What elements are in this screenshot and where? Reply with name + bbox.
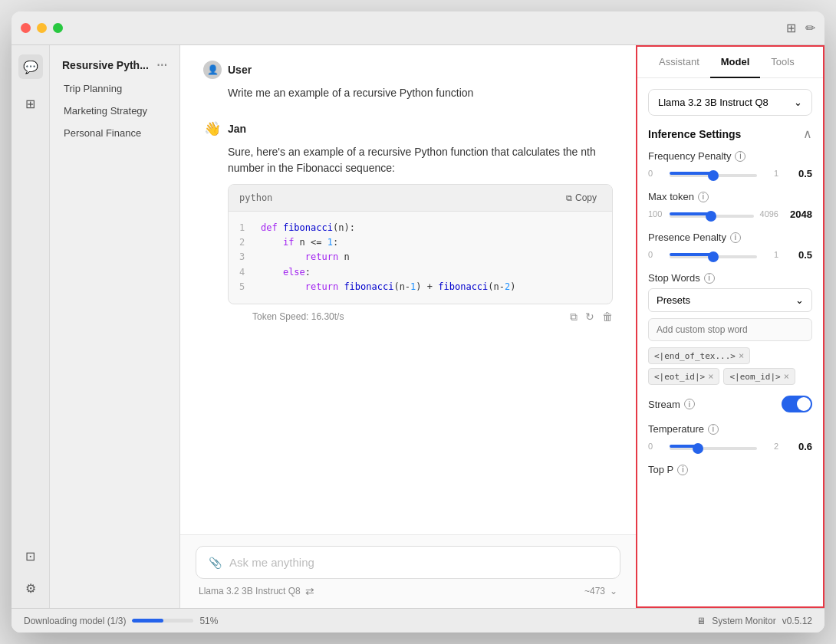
chevron-down-icon: ⌄ bbox=[794, 97, 802, 108]
temperature-label: Temperature i bbox=[648, 423, 812, 435]
panel-content: Llama 3.2 3B Instruct Q8 ⌄ Inference Set… bbox=[637, 78, 823, 606]
code-line-1: 1 def fibonacci(n): bbox=[239, 221, 601, 235]
progress-percent: 51% bbox=[199, 616, 218, 626]
sidebar-item-marketing[interactable]: Marketing Strategy bbox=[56, 100, 173, 122]
frequency-penalty-info[interactable]: i bbox=[735, 151, 745, 162]
assistant-name: Jan bbox=[228, 123, 246, 135]
remove-tag-3[interactable]: × bbox=[784, 371, 789, 382]
max-token-slider-wrap bbox=[670, 207, 754, 221]
top-p-info[interactable]: i bbox=[677, 465, 688, 475]
presence-penalty-max: 1 bbox=[763, 250, 778, 259]
more-icon[interactable]: ⋯ bbox=[156, 59, 167, 71]
regenerate-icon[interactable]: ↻ bbox=[585, 309, 594, 325]
assistant-message-content: Sure, here's an example of a recursive P… bbox=[203, 144, 613, 325]
code-header: python ⧉ Copy bbox=[229, 185, 612, 212]
download-label: Downloading model (1/3) bbox=[24, 616, 126, 626]
edit-icon[interactable]: ✏ bbox=[805, 21, 815, 35]
delete-icon[interactable]: 🗑 bbox=[602, 309, 613, 325]
token-actions: ⧉ ↻ 🗑 bbox=[570, 309, 613, 325]
sidebar-item-trip-planning[interactable]: Trip Planning bbox=[56, 77, 173, 100]
inference-settings-header: Inference Settings ∧ bbox=[648, 127, 812, 141]
frequency-penalty-min: 0 bbox=[648, 169, 663, 178]
temperature-value: 0.6 bbox=[785, 441, 812, 452]
stop-words-setting: Stop Words i Presets ⌄ <|end_of_tex...> … bbox=[648, 272, 812, 385]
assistant-avatar: 👋 bbox=[203, 120, 222, 138]
stop-words-info[interactable]: i bbox=[704, 273, 715, 284]
collapse-icon[interactable]: ∧ bbox=[803, 127, 812, 141]
attachment-icon[interactable]: 📎 bbox=[209, 557, 222, 569]
sidebar-title: Resursive Pyth... bbox=[62, 59, 149, 71]
stream-toggle[interactable] bbox=[782, 396, 812, 412]
model-swap-icon[interactable]: ⇄ bbox=[305, 585, 314, 597]
sidebar-item-personal-finance[interactable]: Personal Finance bbox=[56, 122, 173, 144]
sidebar-header: Resursive Pyth... ⋯ bbox=[56, 53, 173, 77]
tab-assistant[interactable]: Assistant bbox=[648, 47, 710, 78]
stream-toggle-row: Stream i bbox=[648, 396, 812, 412]
copy-message-icon[interactable]: ⧉ bbox=[570, 309, 578, 325]
stop-word-tag-2: <|eot_id|> × bbox=[648, 368, 719, 385]
user-name: User bbox=[228, 64, 252, 76]
panel-bottom-icon[interactable]: ⊡ bbox=[18, 544, 43, 568]
frequency-penalty-slider[interactable] bbox=[670, 174, 757, 177]
max-token-min: 100 bbox=[648, 209, 663, 219]
token-speed-row: Token Speed: 16.30t/s ⧉ ↻ 🗑 bbox=[228, 309, 613, 325]
layout-icon[interactable]: ⊞ bbox=[786, 21, 796, 35]
maximize-button[interactable] bbox=[53, 23, 63, 33]
chat-area: 👤 User Write me an example of a recursiv… bbox=[180, 45, 636, 534]
version-label: v0.5.12 bbox=[782, 616, 812, 626]
code-line-2: 2 if n <= 1: bbox=[239, 235, 601, 250]
presence-penalty-slider[interactable] bbox=[670, 255, 757, 258]
grid-nav-icon[interactable]: ⊞ bbox=[18, 91, 43, 116]
max-token-slider-row: 100 4096 2048 bbox=[648, 207, 812, 221]
message-user: 👤 User Write me an example of a recursiv… bbox=[203, 61, 613, 101]
token-count-text: ~473 bbox=[584, 586, 605, 596]
minimize-button[interactable] bbox=[37, 23, 47, 33]
stream-label: Stream i bbox=[648, 399, 695, 410]
model-selector[interactable]: Llama 3.2 3B Instruct Q8 ⌄ bbox=[648, 89, 812, 116]
token-speed: Token Speed: 16.30t/s bbox=[252, 310, 344, 324]
inference-settings-title: Inference Settings bbox=[648, 128, 741, 140]
temperature-max: 2 bbox=[763, 442, 778, 451]
copy-button[interactable]: ⧉ Copy bbox=[561, 191, 601, 205]
remove-tag-1[interactable]: × bbox=[739, 350, 744, 361]
code-lang: python bbox=[239, 191, 272, 205]
temperature-slider-row: 0 2 0.6 bbox=[648, 439, 812, 453]
stop-words-preset-selector[interactable]: Presets ⌄ bbox=[648, 288, 812, 312]
close-button[interactable] bbox=[21, 23, 31, 33]
model-name-text: Llama 3.2 3B Instruct Q8 bbox=[199, 586, 301, 596]
temperature-info[interactable]: i bbox=[708, 424, 719, 435]
temperature-slider[interactable] bbox=[670, 447, 757, 450]
stop-word-tag-3: <|eom_id|> × bbox=[723, 368, 795, 385]
input-placeholder: Ask me anything bbox=[229, 556, 314, 569]
code-content: 1 def fibonacci(n): 2 if n <= 1: 3 bbox=[229, 212, 612, 304]
remove-tag-2[interactable]: × bbox=[708, 371, 713, 382]
chat-nav-icon[interactable]: 💬 bbox=[18, 54, 43, 79]
sidebar-icon-bar: 💬 ⊞ ⊡ ⚙ bbox=[12, 45, 50, 608]
expand-icon[interactable]: ⌄ bbox=[610, 586, 617, 596]
max-token-slider[interactable] bbox=[670, 215, 754, 218]
code-line-3: 3 return n bbox=[239, 250, 601, 264]
right-panel: Assistant Model Tools Llama 3.2 3B Instr… bbox=[636, 45, 824, 608]
preset-chevron-icon: ⌄ bbox=[795, 294, 804, 306]
stop-word-input[interactable] bbox=[648, 318, 812, 341]
code-line-4: 4 else: bbox=[239, 265, 601, 280]
settings-nav-icon[interactable]: ⚙ bbox=[18, 576, 43, 600]
presence-penalty-info[interactable]: i bbox=[730, 232, 741, 243]
max-token-info[interactable]: i bbox=[698, 192, 709, 202]
chat-input-area: 📎 Ask me anything Llama 3.2 3B Instruct … bbox=[180, 534, 636, 608]
presence-penalty-value: 0.5 bbox=[785, 249, 812, 261]
frequency-penalty-value: 0.5 bbox=[785, 168, 812, 179]
temperature-min: 0 bbox=[648, 442, 663, 451]
temperature-slider-wrap bbox=[670, 439, 757, 453]
presence-penalty-label: Presence Penalty i bbox=[648, 232, 812, 243]
frequency-penalty-max: 1 bbox=[763, 169, 778, 178]
title-bar-actions: ⊞ ✏ bbox=[786, 21, 815, 35]
model-selector-value: Llama 3.2 3B Instruct Q8 bbox=[658, 97, 769, 108]
tab-model[interactable]: Model bbox=[710, 47, 761, 78]
system-monitor-label[interactable]: System Monitor bbox=[712, 616, 775, 626]
bottom-bar: Downloading model (1/3) 51% 🖥 System Mon… bbox=[12, 608, 824, 632]
chat-input-box[interactable]: 📎 Ask me anything bbox=[196, 546, 620, 579]
tab-tools[interactable]: Tools bbox=[760, 47, 805, 78]
max-token-value: 2048 bbox=[785, 209, 812, 220]
stream-info[interactable]: i bbox=[684, 399, 695, 409]
